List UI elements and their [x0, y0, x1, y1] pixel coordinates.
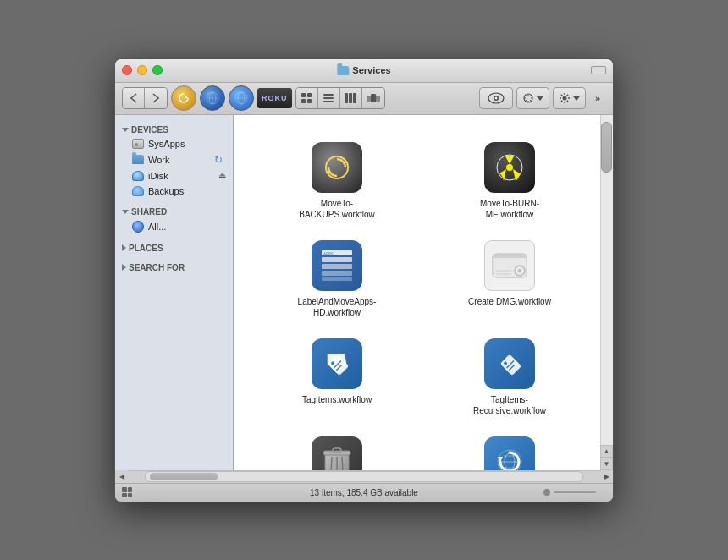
svg-rect-36 — [493, 254, 527, 258]
file-item-moveto-burn[interactable]: MoveTo-BURN- ME.workflow — [423, 132, 596, 230]
file-item-software-update[interactable]: Software Update Download.workflow — [423, 426, 596, 470]
vertical-scrollbar[interactable]: ▲ ▼ — [600, 115, 613, 470]
gear-chevron-icon — [573, 96, 580, 101]
svg-rect-9 — [301, 99, 306, 103]
sidebar-item-work[interactable]: Work ↻ — [115, 151, 233, 168]
places-triangle — [122, 244, 126, 251]
forward-button[interactable] — [145, 88, 167, 108]
svg-point-27 — [506, 164, 513, 171]
scroll-down-arrow[interactable]: ▼ — [600, 458, 613, 470]
moveto-burn-label: MoveTo-BURN- ME.workflow — [480, 198, 539, 220]
shared-globe-icon — [132, 221, 144, 233]
file-item-tagitems[interactable]: TagItems.workflow — [251, 328, 423, 426]
svg-line-53 — [342, 457, 343, 470]
tagitems-recursive-icon — [484, 338, 535, 389]
search-triangle — [122, 264, 126, 271]
svg-rect-30 — [322, 264, 352, 269]
svg-rect-17 — [371, 94, 376, 102]
svg-rect-15 — [349, 93, 352, 103]
folder-icon — [337, 66, 349, 75]
maximize-button[interactable] — [152, 65, 163, 75]
svg-rect-16 — [353, 93, 356, 103]
scroll-arrows: ▲ ▼ — [600, 445, 613, 470]
resize-indicator — [591, 66, 606, 74]
nav-buttons[interactable] — [122, 87, 168, 109]
finder-window: Services — [114, 58, 614, 502]
file-item-moveto-trash[interactable]: MoveTo-TRASH- ME.workflow — [251, 426, 423, 470]
minimize-button[interactable] — [137, 65, 147, 75]
column-view-button[interactable] — [340, 88, 362, 108]
svg-rect-45 — [500, 354, 521, 375]
traffic-lights — [122, 65, 163, 75]
toolbar-overflow-button[interactable]: » — [589, 88, 606, 108]
sidebar: DEVICES SysApps Work ↻ iDisk ⏏ B — [115, 115, 234, 470]
places-header[interactable]: PLACES — [115, 240, 233, 255]
globe-button-1[interactable] — [200, 85, 225, 111]
toolbar: ROKU — [115, 83, 613, 115]
icon-view-button[interactable] — [296, 88, 318, 108]
sidebar-item-all[interactable]: All... — [115, 218, 233, 235]
create-dmg-icon — [484, 240, 535, 291]
gear-button[interactable] — [553, 87, 586, 109]
close-button[interactable] — [122, 65, 132, 75]
roku-button[interactable]: ROKU — [257, 88, 292, 108]
backups-icon — [132, 186, 144, 196]
file-item-create-dmg[interactable]: Create DMG.workflow — [423, 230, 596, 328]
svg-rect-12 — [323, 97, 334, 99]
file-item-labelandmoveapps[interactable]: APPS LabelAndMoveApps- HD.workflow — [251, 230, 423, 328]
svg-point-22 — [495, 97, 498, 100]
statusbar-left — [122, 487, 132, 497]
svg-point-38 — [518, 269, 521, 272]
svg-rect-31 — [322, 271, 352, 276]
zoom-control[interactable] — [543, 489, 596, 496]
moveto-burn-icon — [484, 142, 535, 193]
labelandmoveapps-icon: APPS — [312, 240, 362, 291]
svg-rect-13 — [323, 101, 334, 102]
status-bar: 13 items, 185.4 GB available — [115, 483, 613, 502]
svg-rect-7 — [301, 93, 306, 97]
sidebar-item-idisk[interactable]: iDisk ⏏ — [115, 168, 233, 184]
tagitems-icon — [312, 338, 362, 389]
shared-header: SHARED — [115, 204, 233, 218]
action-button[interactable] — [516, 87, 549, 109]
moveto-backups-icon — [312, 142, 362, 193]
work-folder-icon — [132, 155, 144, 164]
back-button[interactable] — [123, 88, 145, 108]
svg-rect-19 — [376, 96, 380, 102]
svg-rect-10 — [307, 99, 312, 103]
globe-button-2[interactable] — [229, 85, 254, 111]
moveto-backups-label: MoveTo- BACKUPS.workflow — [299, 198, 374, 220]
zoom-line — [554, 491, 596, 493]
search-header[interactable]: SEARCH FOR — [115, 260, 233, 274]
action-chevron-icon — [537, 96, 543, 101]
view-buttons — [295, 87, 385, 109]
hscroll-left-arrow[interactable]: ◀ — [115, 470, 128, 483]
coverflow-view-button[interactable] — [362, 88, 384, 108]
sync-button[interactable] — [171, 85, 196, 111]
file-item-tagitems-recursive[interactable]: TagItems- Recursive.workflow — [423, 328, 596, 426]
hscroll-track — [145, 471, 583, 482]
create-dmg-label: Create DMG.workflow — [468, 296, 551, 307]
status-text: 13 items, 185.4 GB available — [310, 488, 418, 497]
svg-rect-8 — [307, 93, 312, 97]
window-title: Services — [337, 65, 390, 75]
quicklook-button[interactable] — [479, 87, 513, 109]
svg-rect-18 — [367, 96, 371, 102]
hscroll-right-arrow[interactable]: ▶ — [600, 470, 613, 483]
content-area: MoveTo- BACKUPS.workflow — [234, 115, 613, 470]
list-view-button[interactable] — [318, 88, 340, 108]
scroll-up-arrow[interactable]: ▲ — [600, 445, 613, 458]
shared-triangle — [122, 210, 129, 214]
sidebar-item-backups[interactable]: Backups — [115, 184, 233, 199]
sidebar-item-sysapps[interactable]: SysApps — [115, 136, 233, 151]
sync-indicator: ↻ — [214, 154, 226, 166]
svg-rect-11 — [323, 94, 334, 96]
hdd-icon — [132, 139, 144, 149]
svg-rect-14 — [345, 93, 348, 103]
devices-header: DEVICES — [115, 122, 233, 136]
hscroll-thumb[interactable] — [150, 473, 218, 480]
file-item-moveto-backups[interactable]: MoveTo- BACKUPS.workflow — [251, 132, 423, 230]
scroll-thumb[interactable] — [601, 122, 612, 173]
svg-line-51 — [331, 457, 332, 470]
tagitems-recursive-label: TagItems- Recursive.workflow — [473, 394, 546, 416]
